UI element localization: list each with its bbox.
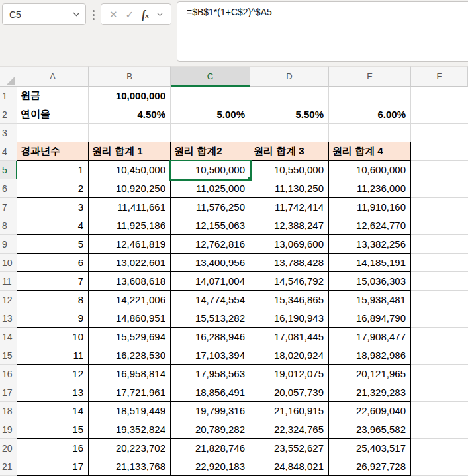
cell-E19[interactable]: 23,965,582 xyxy=(329,420,411,439)
cell-A14[interactable]: 10 xyxy=(17,328,89,346)
row-header-21[interactable]: 21 xyxy=(0,457,17,476)
row-header-20[interactable]: 20 xyxy=(0,439,17,457)
cell-D7[interactable]: 11,742,414 xyxy=(250,198,329,216)
cell-D6[interactable]: 11,130,250 xyxy=(250,179,329,198)
row-header-14[interactable]: 14 xyxy=(0,328,17,346)
column-header-B[interactable]: B xyxy=(89,66,171,87)
cell-F13[interactable] xyxy=(411,309,468,328)
cell-F21[interactable] xyxy=(411,457,468,476)
cell-A2[interactable]: 연이율 xyxy=(17,105,89,124)
cell-C21[interactable]: 22,920,183 xyxy=(171,457,250,476)
cell-C14[interactable]: 16,288,946 xyxy=(171,328,250,346)
formula-input[interactable]: =$B$1*(1+C$2)^$A5 xyxy=(177,2,468,17)
column-header-E[interactable]: E xyxy=(329,66,411,87)
cell-B9[interactable]: 12,461,819 xyxy=(89,235,171,254)
cell-E1[interactable] xyxy=(329,87,411,105)
cell-E4[interactable]: 원리 합계 4 xyxy=(329,142,411,161)
cell-F3[interactable] xyxy=(411,124,468,142)
row-header-2[interactable]: 2 xyxy=(0,105,17,124)
cell-F12[interactable] xyxy=(411,291,468,309)
cell-D4[interactable]: 원리 합계 3 xyxy=(250,142,329,161)
cell-A9[interactable]: 5 xyxy=(17,235,89,254)
cell-B12[interactable]: 14,221,006 xyxy=(89,291,171,309)
cell-F9[interactable] xyxy=(411,235,468,254)
cell-D2[interactable]: 5.50% xyxy=(250,105,329,124)
cell-E10[interactable]: 14,185,191 xyxy=(329,254,411,272)
cell-C4[interactable]: 원리 합계2 xyxy=(171,142,250,161)
cell-B1[interactable]: 10,000,000 xyxy=(89,87,171,105)
cell-E13[interactable]: 16,894,790 xyxy=(329,309,411,328)
cell-D10[interactable]: 13,788,428 xyxy=(250,254,329,272)
cell-F16[interactable] xyxy=(411,365,468,383)
cell-D16[interactable]: 19,012,075 xyxy=(250,365,329,383)
cell-F4[interactable] xyxy=(411,142,468,161)
cell-D17[interactable]: 20,057,739 xyxy=(250,383,329,402)
cell-E17[interactable]: 21,329,283 xyxy=(329,383,411,402)
cell-F11[interactable] xyxy=(411,272,468,291)
cell-B16[interactable]: 16,958,814 xyxy=(89,365,171,383)
cell-B20[interactable]: 20,223,702 xyxy=(89,439,171,457)
cell-D5[interactable]: 10,550,000 xyxy=(250,161,329,179)
cell-B5[interactable]: 10,450,000 xyxy=(89,161,171,179)
cell-F19[interactable] xyxy=(411,420,468,439)
cell-F10[interactable] xyxy=(411,254,468,272)
cell-F6[interactable] xyxy=(411,179,468,198)
cell-F7[interactable] xyxy=(411,198,468,216)
cell-A10[interactable]: 6 xyxy=(17,254,89,272)
cell-E5[interactable]: 10,600,000 xyxy=(329,161,411,179)
cell-D3[interactable] xyxy=(250,124,329,142)
row-header-17[interactable]: 17 xyxy=(0,383,17,402)
cell-B8[interactable]: 11,925,186 xyxy=(89,216,171,235)
cell-F5[interactable] xyxy=(411,161,468,179)
cell-F1[interactable] xyxy=(411,87,468,105)
column-header-A[interactable]: A xyxy=(17,66,89,87)
row-header-15[interactable]: 15 xyxy=(0,346,17,365)
cell-B10[interactable]: 13,022,601 xyxy=(89,254,171,272)
cell-E8[interactable]: 12,624,770 xyxy=(329,216,411,235)
cell-C13[interactable]: 15,513,282 xyxy=(171,309,250,328)
cell-D11[interactable]: 14,546,792 xyxy=(250,272,329,291)
cell-C3[interactable] xyxy=(171,124,250,142)
cell-B14[interactable]: 15,529,694 xyxy=(89,328,171,346)
cell-B7[interactable]: 11,411,661 xyxy=(89,198,171,216)
cell-A4[interactable]: 경과년수 xyxy=(17,142,89,161)
cell-C11[interactable]: 14,071,004 xyxy=(171,272,250,291)
row-header-7[interactable]: 7 xyxy=(0,198,17,216)
cell-C12[interactable]: 14,774,554 xyxy=(171,291,250,309)
cell-B3[interactable] xyxy=(89,124,171,142)
cell-F20[interactable] xyxy=(411,439,468,457)
cell-D21[interactable]: 24,848,021 xyxy=(250,457,329,476)
cell-E11[interactable]: 15,036,303 xyxy=(329,272,411,291)
cell-A3[interactable] xyxy=(17,124,89,142)
row-header-16[interactable]: 16 xyxy=(0,365,17,383)
cell-C6[interactable]: 11,025,000 xyxy=(171,179,250,198)
cell-F17[interactable] xyxy=(411,383,468,402)
cell-C8[interactable]: 12,155,063 xyxy=(171,216,250,235)
cell-E6[interactable]: 11,236,000 xyxy=(329,179,411,198)
cell-A20[interactable]: 16 xyxy=(17,439,89,457)
cell-C1[interactable] xyxy=(171,87,250,105)
cell-A12[interactable]: 8 xyxy=(17,291,89,309)
chevron-down-icon[interactable] xyxy=(73,12,80,17)
row-header-4[interactable]: 4 xyxy=(0,142,17,161)
name-box-resize-handle[interactable] xyxy=(91,7,96,23)
cell-B2[interactable]: 4.50% xyxy=(89,105,171,124)
column-header-C[interactable]: C xyxy=(171,66,250,87)
cell-E18[interactable]: 22,609,040 xyxy=(329,402,411,420)
cell-A21[interactable]: 17 xyxy=(17,457,89,476)
cell-A17[interactable]: 13 xyxy=(17,383,89,402)
row-header-3[interactable]: 3 xyxy=(0,124,17,142)
cell-D15[interactable]: 18,020,924 xyxy=(250,346,329,365)
cell-A16[interactable]: 12 xyxy=(17,365,89,383)
cell-C17[interactable]: 18,856,491 xyxy=(171,383,250,402)
cell-C15[interactable]: 17,103,394 xyxy=(171,346,250,365)
cell-D12[interactable]: 15,346,865 xyxy=(250,291,329,309)
cell-B18[interactable]: 18,519,449 xyxy=(89,402,171,420)
cell-A8[interactable]: 4 xyxy=(17,216,89,235)
cell-A6[interactable]: 2 xyxy=(17,179,89,198)
enter-button[interactable]: ✓ xyxy=(126,9,134,19)
insert-function-button[interactable]: fx xyxy=(142,9,149,20)
row-header-10[interactable]: 10 xyxy=(0,254,17,272)
cell-D19[interactable]: 22,324,765 xyxy=(250,420,329,439)
cell-B17[interactable]: 17,721,961 xyxy=(89,383,171,402)
